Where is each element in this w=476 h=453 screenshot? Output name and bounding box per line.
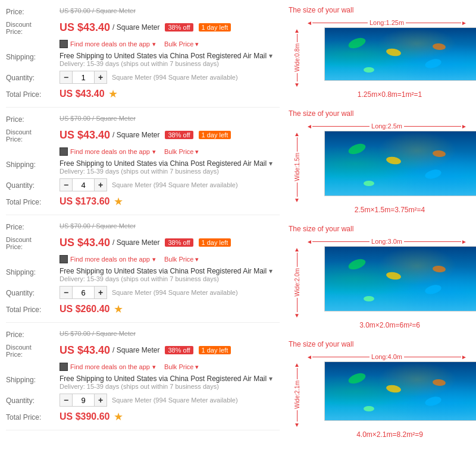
long-label-4: Long:4.0m [371, 353, 402, 360]
time-badge-1: 1 day left [199, 23, 231, 32]
product-block-1: Price: US $70.00 / Square Meter Discount… [6, 0, 280, 108]
time-badge-4: 1 day left [199, 346, 231, 354]
arrow-left-tip-2: ◄ [306, 123, 312, 130]
price-label: Price: [6, 222, 60, 231]
original-price-1: US $70.00 / Square Meter [60, 7, 136, 14]
quantity-label-1: Quantity: [6, 73, 60, 82]
wall-block-4: The size of your wall ◄ Long:4.0m ► ▲ Wi… [289, 340, 473, 439]
qty-available-1: Square Meter (994 Square Meter available… [112, 74, 238, 81]
wall-image-4 [324, 361, 476, 421]
qty-minus-1[interactable]: − [60, 71, 73, 84]
bulk-price-1[interactable]: Bulk Price ▾ [164, 40, 199, 48]
arrow-up-tip-2: ▲ [294, 131, 300, 137]
off-badge-1: 38% off [165, 23, 193, 32]
qty-minus-3[interactable]: − [60, 286, 73, 299]
deals-dropdown-4[interactable]: ▾ [152, 363, 156, 371]
qty-input-2[interactable] [73, 178, 94, 191]
total-price-4: US $390.60 [60, 411, 110, 422]
app-deals-4[interactable]: Find more deals on the app ▾ Bulk Price … [60, 363, 280, 371]
wall-image-2 [324, 131, 476, 196]
original-price-3: US $70.00 / Square Meter [60, 222, 136, 229]
quantity-label-3: Quantity: [6, 288, 60, 297]
qty-control-1[interactable]: − + [60, 71, 107, 84]
wall-title-2: The size of your wall [289, 109, 473, 118]
wall-size-guide: The size of your wall ◄ Long:1.25m ► ▲ W… [286, 0, 476, 453]
arrow-down-tip-3: ▼ [294, 312, 300, 319]
shipping-text-4: Free Shipping to United States via China… [60, 375, 280, 383]
shipping-text-2: Free Shipping to United States via China… [60, 159, 280, 168]
quantity-label-4: Quantity: [6, 395, 60, 405]
shipping-label-3: Shipping: [6, 267, 60, 276]
qty-plus-4[interactable]: + [94, 394, 107, 407]
qr-icon-3 [60, 255, 68, 263]
discount-price-3: US $43.40 [60, 237, 110, 249]
qty-plus-1[interactable]: + [94, 71, 107, 84]
arrow-right-tip-1: ► [461, 20, 467, 26]
deals-text-1: Find more deals on the app [70, 40, 150, 48]
deals-dropdown-1[interactable]: ▾ [152, 40, 156, 48]
spacer-label-1 [6, 39, 60, 40]
qty-control-4[interactable]: − + [60, 394, 107, 407]
product-list: Price: US $70.00 / Square Meter Discount… [0, 0, 286, 453]
spacer-label-4 [6, 361, 60, 363]
wall-title-3: The size of your wall [289, 225, 473, 233]
per-unit-4: / Square Meter [112, 346, 159, 354]
time-badge-3: 1 day left [199, 238, 231, 247]
total-label-4: Total Price: [6, 412, 60, 421]
total-label-1: Total Price: [6, 89, 60, 99]
bulk-price-4[interactable]: Bulk Price ▾ [164, 363, 199, 371]
bulk-price-2[interactable]: Bulk Price ▾ [164, 148, 199, 156]
qty-plus-2[interactable]: + [94, 178, 107, 191]
off-badge-4: 38% off [165, 346, 193, 354]
shipping-label-4: Shipping: [6, 375, 60, 384]
arrow-right-tip-4: ► [461, 354, 467, 360]
discount-label-1: DiscountPrice: [6, 20, 60, 35]
app-deals-2[interactable]: Find more deals on the app ▾ Bulk Price … [60, 147, 280, 156]
star-icon-3: ★ [114, 303, 123, 316]
qty-minus-2[interactable]: − [60, 178, 73, 191]
wide-label-2: Wide:1.5m [294, 153, 300, 181]
arrow-right-tip-3: ► [461, 238, 467, 245]
qty-control-2[interactable]: − + [60, 178, 107, 191]
delivery-text-3: Delivery: 15-39 days (ships out within 7… [60, 275, 280, 282]
star-icon-4: ★ [114, 410, 123, 423]
bulk-price-3[interactable]: Bulk Price ▾ [164, 256, 199, 263]
arrow-left-tip-4: ◄ [306, 354, 312, 360]
long-label-3: Long:3.0m [371, 238, 402, 245]
qty-plus-3[interactable]: + [94, 286, 107, 299]
wide-label-3: Wide:2.0m [294, 268, 300, 297]
arrow-down-tip-1: ▼ [294, 81, 300, 88]
app-deals-3[interactable]: Find more deals on the app ▾ Bulk Price … [60, 255, 280, 263]
qty-input-1[interactable] [73, 71, 94, 84]
per-unit-2: / Square Meter [112, 131, 159, 139]
arrow-down-tip-2: ▼ [294, 197, 300, 203]
qty-available-2: Square Meter (994 Square Meter available… [112, 181, 238, 188]
qty-available-3: Square Meter (994 Square Meter available… [112, 289, 238, 296]
shipping-label-1: Shipping: [6, 52, 60, 61]
long-label-1: Long:1.25m [369, 19, 404, 26]
wall-title-4: The size of your wall [289, 340, 473, 348]
qty-control-3[interactable]: − + [60, 286, 107, 299]
wall-calc-3: 3.0m×2.0m=6m²=6 [306, 321, 473, 329]
wide-label-1: Wide:0.8m [294, 43, 300, 72]
qty-available-4: Square Meter (994 Square Meter available… [112, 397, 238, 404]
discount-label-3: DiscountPrice: [6, 235, 60, 250]
qty-input-3[interactable] [73, 286, 94, 299]
discount-label-2: DiscountPrice: [6, 127, 60, 143]
original-price-2: US $70.00 / Square Meter [60, 115, 136, 122]
arrow-up-tip-3: ▲ [294, 246, 300, 253]
star-icon-2: ★ [114, 195, 123, 208]
spacer-label-2 [6, 146, 60, 147]
qty-input-4[interactable] [73, 394, 94, 407]
deals-text-2: Find more deals on the app [70, 148, 150, 155]
deals-dropdown-3[interactable]: ▾ [152, 256, 156, 263]
wall-image-3 [324, 246, 476, 312]
total-label-2: Total Price: [6, 197, 60, 206]
qr-icon-2 [60, 147, 68, 156]
price-label: Price: [6, 329, 60, 339]
total-label-3: Total Price: [6, 304, 60, 314]
qty-minus-4[interactable]: − [60, 394, 73, 407]
app-deals-1[interactable]: Find more deals on the app ▾ Bulk Price … [60, 40, 280, 48]
deals-dropdown-2[interactable]: ▾ [152, 148, 156, 156]
arrow-down-tip-4: ▼ [294, 421, 300, 428]
